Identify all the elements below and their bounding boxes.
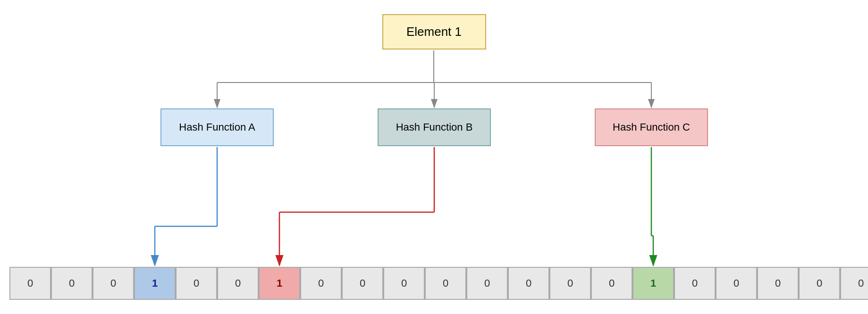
bit-cell-2: 0	[93, 267, 134, 300]
hash-function-b-box: Hash Function B	[378, 108, 491, 146]
bit-cell-20: 0	[840, 267, 868, 300]
bit-cell-18: 0	[757, 267, 799, 300]
bit-cell-3: 1	[134, 267, 176, 300]
bit-array: 0 0 0 1 0 0 1 0 0 0 0 0 0 0 0 1 0 0 0 0 …	[9, 267, 868, 300]
bit-cell-7: 0	[300, 267, 342, 300]
bit-cell-5: 0	[217, 267, 259, 300]
hash-function-b-label: Hash Function B	[396, 121, 473, 133]
diagram-container: Element 1 Hash Function A Hash Function …	[0, 0, 868, 314]
bit-cell-12: 0	[508, 267, 549, 300]
bit-cell-16: 0	[674, 267, 716, 300]
element-box: Element 1	[382, 14, 486, 50]
bit-cell-14: 0	[591, 267, 632, 300]
bit-cell-9: 0	[383, 267, 425, 300]
bit-cell-19: 0	[799, 267, 840, 300]
element-label: Element 1	[406, 25, 462, 39]
bit-cell-15: 1	[632, 267, 674, 300]
hash-function-c-label: Hash Function C	[613, 121, 690, 133]
bit-cell-10: 0	[425, 267, 466, 300]
hash-function-c-box: Hash Function C	[595, 108, 708, 146]
hash-function-a-label: Hash Function A	[179, 121, 255, 133]
bit-cell-4: 0	[176, 267, 217, 300]
bit-cell-13: 0	[549, 267, 591, 300]
hash-function-a-box: Hash Function A	[160, 108, 274, 146]
bit-cell-0: 0	[9, 267, 51, 300]
bit-cell-6: 1	[259, 267, 300, 300]
bit-cell-1: 0	[51, 267, 93, 300]
bit-cell-17: 0	[716, 267, 757, 300]
bit-cell-8: 0	[342, 267, 383, 300]
bit-cell-11: 0	[466, 267, 508, 300]
